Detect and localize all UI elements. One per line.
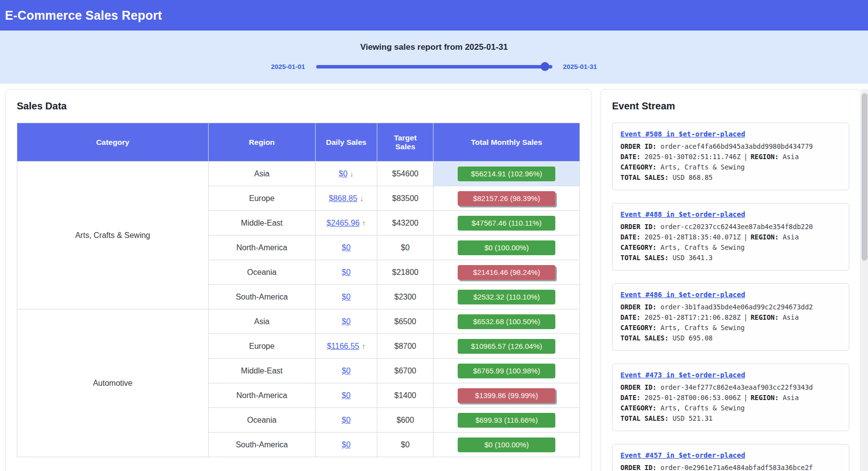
event-card: Event #508 in $et-order-placedORDER ID: …	[612, 123, 849, 190]
target-sales-cell: $0	[377, 433, 434, 457]
total-monthly-sales-cell: $1399.86 (99.99%)	[434, 383, 580, 408]
order-id-label: ORDER ID:	[620, 223, 656, 231]
order-id-label: ORDER ID:	[620, 464, 656, 471]
daily-sales-cell: $0	[315, 433, 377, 457]
target-sales-cell: $6700	[377, 359, 434, 383]
region-label: REGION:	[751, 313, 779, 321]
table-row: Arts, Crafts & SewingAsia$0↓$54600$56214…	[17, 162, 580, 186]
category-label: CATEGORY:	[620, 324, 656, 332]
event-category-line: CATEGORY: Arts, Crafts & Sewing	[620, 242, 841, 253]
region-label: REGION:	[751, 233, 779, 241]
daily-sales-link[interactable]: $0	[342, 416, 351, 424]
total-sales-badge: $56214.91 (102.96%)	[458, 167, 555, 181]
trend-up-icon: ↑	[362, 219, 366, 227]
total-monthly-sales-cell: $82157.26 (98.39%)	[434, 186, 580, 211]
sales-table-body: Arts, Crafts & SewingAsia$0↓$54600$56214…	[17, 162, 580, 457]
event-total-sales-line: TOTAL SALES: USD 521.31	[620, 413, 841, 424]
event-title-link[interactable]: Event #473 in $et-order-placed	[620, 370, 745, 380]
column-header-daily-sales: Daily Sales	[315, 123, 377, 162]
date-slider-thumb[interactable]	[541, 62, 549, 71]
total-monthly-sales-cell: $56214.91 (102.96%)	[434, 162, 580, 186]
region-cell: South-America	[208, 285, 315, 309]
event-card: Event #488 in $et-order-placedORDER ID: …	[612, 203, 849, 270]
trend-down-icon: ↓	[350, 169, 354, 178]
sales-table: Category Region Daily Sales Target Sales…	[17, 123, 580, 457]
event-order-id-line: ORDER ID: order-0e2961e71a6e484abfadf583…	[620, 463, 841, 471]
daily-sales-link[interactable]: $0	[342, 243, 351, 252]
region-cell: Oceania	[208, 260, 315, 285]
region-cell: Europe	[208, 334, 315, 359]
daily-sales-link[interactable]: $1166.55	[327, 342, 360, 350]
daily-sales-link[interactable]: $0	[342, 391, 351, 400]
event-card: Event #486 in $et-order-placedORDER ID: …	[612, 283, 849, 351]
date-label: DATE:	[620, 313, 641, 321]
sales-data-title: Sales Data	[17, 101, 580, 112]
slider-heading: Viewing sales report from 2025-01-31	[0, 42, 868, 52]
daily-sales-link[interactable]: $0	[342, 367, 351, 375]
event-title-link[interactable]: Event #486 in $et-order-placed	[620, 290, 745, 300]
event-category-line: CATEGORY: Arts, Crafts & Sewing	[620, 162, 841, 172]
target-sales-cell: $0	[377, 236, 434, 260]
date-slider-track[interactable]	[316, 65, 552, 68]
total-sales-label: TOTAL SALES:	[620, 254, 669, 262]
event-order-id-line: ORDER ID: order-acef4fa66bd945a3abdd9980…	[620, 141, 841, 152]
trend-down-icon: ↓	[360, 194, 364, 202]
daily-sales-cell: $0↓	[315, 162, 377, 186]
category-label: CATEGORY:	[620, 404, 656, 412]
target-sales-cell: $43200	[377, 211, 434, 236]
app-header: E-Commerce Sales Report	[0, 0, 868, 31]
event-total-sales-line: TOTAL SALES: USD 695.08	[620, 333, 841, 343]
target-sales-cell: $83500	[377, 186, 434, 211]
event-card: Event #457 in $et-order-placedORDER ID: …	[612, 444, 849, 471]
total-monthly-sales-cell: $21416.46 (98.24%)	[434, 260, 580, 285]
order-id-label: ORDER ID:	[620, 142, 656, 150]
event-date-region-line: DATE: 2025-01-28T17:21:06.828Z|REGION: A…	[620, 312, 841, 323]
pipe-separator: |	[741, 153, 751, 161]
total-monthly-sales-cell: $10965.57 (126.04%)	[434, 334, 580, 359]
pipe-separator: |	[741, 233, 751, 241]
total-sales-badge: $1399.86 (99.99%)	[458, 388, 555, 403]
target-sales-cell: $600	[377, 408, 434, 433]
daily-sales-link[interactable]: $0	[342, 268, 351, 276]
total-sales-badge: $6532.68 (100.50%)	[458, 314, 555, 329]
daily-sales-cell: $2465.96↑	[315, 211, 377, 236]
region-cell: Middle-East	[208, 359, 315, 383]
event-stream-list: Event #508 in $et-order-placedORDER ID: …	[612, 123, 849, 471]
event-category-line: CATEGORY: Arts, Crafts & Sewing	[620, 323, 841, 333]
total-sales-badge: $21416.46 (98.24%)	[458, 265, 555, 280]
order-id-label: ORDER ID:	[620, 383, 656, 391]
slider-min-label: 2025-01-01	[271, 63, 305, 70]
total-sales-badge: $0 (100.00%)	[458, 240, 555, 255]
total-sales-badge: $82157.26 (98.39%)	[458, 191, 555, 206]
daily-sales-link[interactable]: $0	[342, 293, 351, 301]
event-title-link[interactable]: Event #488 in $et-order-placed	[620, 209, 745, 220]
category-cell: Automotive	[17, 309, 209, 457]
event-date-region-line: DATE: 2025-01-28T18:35:40.071Z|REGION: A…	[620, 232, 841, 242]
slider-section: Viewing sales report from 2025-01-31 202…	[0, 31, 868, 84]
region-label: REGION:	[751, 153, 779, 161]
total-sales-label: TOTAL SALES:	[620, 173, 669, 181]
page-scrollbar-track[interactable]	[861, 89, 868, 471]
daily-sales-cell: $0	[315, 408, 377, 433]
daily-sales-link[interactable]: $2465.96	[326, 219, 360, 227]
category-label: CATEGORY:	[620, 163, 656, 171]
page-scrollbar-thumb[interactable]	[862, 93, 868, 261]
daily-sales-link[interactable]: $0	[339, 169, 348, 178]
column-header-region: Region	[208, 123, 315, 162]
total-sales-badge: $47567.46 (110.11%)	[458, 216, 555, 231]
slider-max-label: 2025-01-31	[563, 63, 597, 70]
target-sales-cell: $1400	[377, 383, 434, 408]
event-total-sales-line: TOTAL SALES: USD 868.85	[620, 172, 841, 183]
total-sales-label: TOTAL SALES:	[620, 414, 669, 422]
date-label: DATE:	[620, 394, 641, 402]
event-title-link[interactable]: Event #508 in $et-order-placed	[620, 129, 745, 139]
event-title-link[interactable]: Event #457 in $et-order-placed	[620, 450, 745, 461]
daily-sales-link[interactable]: $0	[342, 440, 351, 449]
target-sales-cell: $21800	[377, 260, 434, 285]
daily-sales-cell: $0	[315, 260, 377, 285]
daily-sales-link[interactable]: $868.85	[329, 194, 358, 202]
event-date-region-line: DATE: 2025-01-28T00:06:53.006Z|REGION: A…	[620, 393, 841, 403]
region-cell: North-America	[208, 236, 315, 260]
daily-sales-link[interactable]: $0	[342, 317, 351, 326]
trend-up-icon: ↑	[362, 342, 365, 350]
